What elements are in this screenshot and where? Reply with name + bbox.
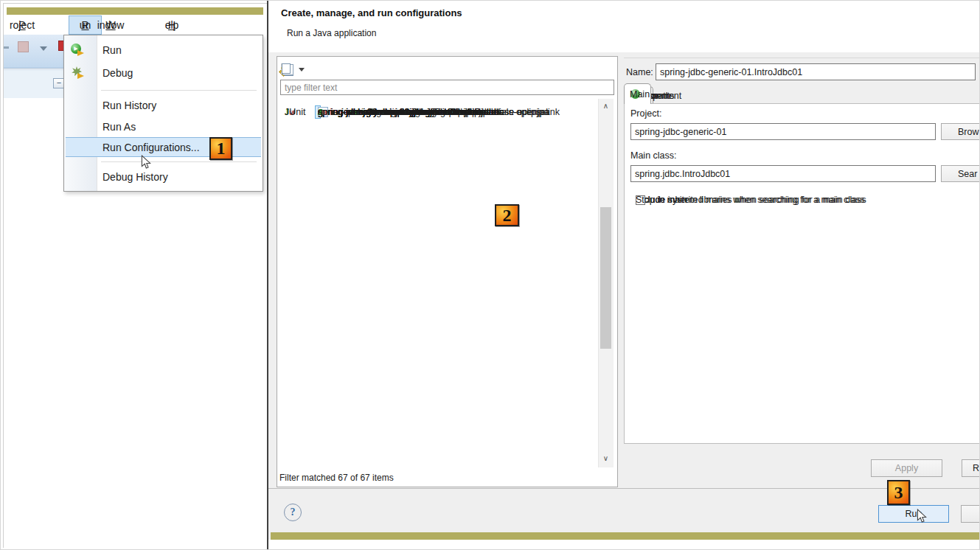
checkbox-label: Stop in main — [636, 195, 687, 205]
step-badge-1: 1 — [209, 137, 232, 160]
configurations-toolbar — [281, 61, 428, 77]
menubar: ProjectRunWindowHelp — [4, 15, 263, 35]
tab-main[interactable]: Main — [624, 83, 651, 104]
menubar-item-label: elp — [165, 19, 179, 31]
menu-icon-slot — [71, 170, 86, 184]
toolbar-fragment-icon — [4, 46, 9, 49]
project-label: Project: — [630, 108, 661, 119]
menubar-item-label: roject — [10, 19, 35, 31]
tree-item-inner: spring-jdbc-generic-03.JUnitTestDao2 — [315, 105, 321, 119]
menubar-item-label: un — [80, 19, 91, 31]
main-class-input[interactable] — [630, 165, 936, 182]
menu-item-label: Debug — [102, 67, 133, 79]
debug-icon — [71, 66, 86, 80]
button-bar-separator — [268, 488, 980, 489]
menu-item-label: Run As — [102, 121, 136, 133]
menubar-item-window[interactable]: Window — [106, 15, 115, 35]
filter-status: Filter matched 67 of 67 items — [279, 473, 394, 483]
dropdown-caret-icon[interactable] — [299, 68, 305, 72]
browse-button[interactable]: Brow — [941, 123, 980, 140]
menu-item-debug-history[interactable]: Debug History — [64, 166, 263, 187]
name-input[interactable] — [656, 63, 976, 80]
menu-item-run-as[interactable]: Run As — [64, 116, 263, 137]
scroll-down-icon[interactable] — [598, 453, 614, 464]
run-menu: RunDebugRun HistoryRun AsRun Configurati… — [63, 35, 263, 192]
menu-item-label: Run Configurations... — [102, 142, 200, 153]
run-button[interactable]: Run — [878, 505, 949, 523]
menu-item-run-history[interactable]: Run History — [64, 94, 263, 116]
filter-input[interactable] — [280, 80, 614, 95]
footer-area — [268, 540, 980, 550]
dialog-bottom-strip — [271, 532, 980, 540]
scroll-up-icon[interactable] — [598, 101, 614, 111]
menu-item-run[interactable]: Run — [64, 39, 263, 60]
mouse-cursor — [139, 155, 153, 170]
help-button[interactable]: ? — [284, 504, 302, 521]
menu-icon-slot — [71, 99, 86, 112]
tab-label: Main — [630, 89, 650, 100]
workbench-toolbar — [4, 35, 63, 69]
menu-item-label: Run History — [102, 100, 156, 111]
tree-item-inner: JUnit — [282, 105, 288, 119]
dialog-subtitle: Run a Java application — [287, 28, 376, 38]
tree-item-label: JUnit — [285, 107, 305, 117]
search-button[interactable]: Sear — [941, 165, 980, 182]
menubar-item-project[interactable]: Project — [18, 15, 27, 35]
apply-button[interactable]: Apply — [871, 459, 942, 477]
mouse-cursor — [915, 509, 928, 523]
scrollbar-thumb[interactable] — [600, 207, 611, 349]
menu-separator — [64, 157, 263, 166]
dialog-title: Create, manage, and run configurations — [281, 7, 462, 18]
workbench-panel — [4, 69, 63, 98]
menu-item-label: Debug History — [102, 171, 168, 183]
project-input[interactable] — [630, 123, 936, 140]
dropdown-caret-icon[interactable] — [40, 46, 47, 51]
screenshot-canvas: ProjectRunWindowHelp RunDebugRun History… — [0, 0, 980, 550]
name-label: Name: — [626, 67, 653, 77]
main-tab-content — [624, 103, 980, 444]
menu-separator — [64, 86, 263, 94]
menu-item-debug[interactable]: Debug — [64, 60, 263, 86]
menu-item-label: Run — [102, 44, 122, 56]
step-badge-2: 2 — [495, 204, 519, 226]
main-class-label: Main class: — [630, 150, 677, 161]
suspend-icon[interactable] — [18, 41, 29, 52]
run-icon — [71, 43, 86, 57]
configurations-tree: spring-core-02spring-core-03spring-cors-… — [277, 99, 598, 467]
tree-item-label: spring-jdbc-generic-03.JUnitTestDao2 — [318, 107, 472, 117]
menu-icon-slot — [71, 120, 86, 133]
menubar-item-help[interactable]: Help — [167, 15, 176, 35]
close-button[interactable] — [961, 505, 980, 523]
menubar-item-label: indow — [97, 19, 125, 31]
revert-button[interactable]: Re — [962, 459, 980, 477]
window-titlebar-strip — [7, 7, 263, 15]
menu-icon-slot — [72, 141, 87, 154]
step-badge-3: 3 — [887, 480, 910, 505]
right-panel-top-border — [624, 58, 980, 58]
